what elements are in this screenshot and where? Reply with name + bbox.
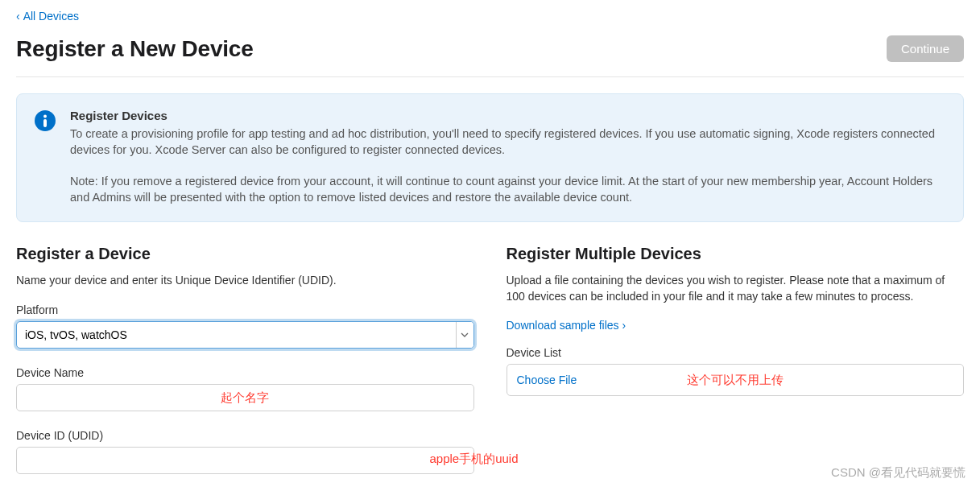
choose-file-box[interactable]: Choose File 这个可以不用上传 — [507, 364, 965, 396]
device-list-field: Device List Choose File 这个可以不用上传 — [507, 346, 965, 396]
platform-select[interactable]: iOS, tvOS, watchOS — [16, 321, 474, 349]
single-title: Register a Device — [16, 245, 474, 263]
device-name-field: Device Name 起个名字 — [16, 366, 474, 411]
info-paragraph-1: To create a provisioning profile for app… — [70, 126, 945, 159]
info-text: Register Devices To create a provisionin… — [70, 109, 945, 205]
watermark: CSDN @看见代码就要慌 — [831, 465, 966, 481]
chevron-left-icon: ‹ — [16, 10, 20, 23]
svg-point-1 — [43, 115, 47, 118]
device-id-field: Device ID (UDID) apple手机的uuid — [16, 429, 474, 474]
info-icon — [35, 110, 56, 131]
svg-rect-2 — [43, 119, 47, 127]
multiple-title: Register Multiple Devices — [507, 245, 965, 263]
device-id-label: Device ID (UDID) — [16, 429, 474, 442]
device-list-label: Device List — [507, 346, 965, 359]
back-link[interactable]: ‹ All Devices — [16, 0, 79, 29]
multiple-desc: Upload a file containing the devices you… — [507, 273, 965, 304]
download-sample-link[interactable]: Download sample files › — [507, 319, 626, 332]
page-title: Register a New Device — [16, 36, 254, 62]
device-name-label: Device Name — [16, 366, 474, 379]
back-link-label: All Devices — [23, 10, 79, 23]
header-row: Register a New Device Continue — [16, 29, 964, 77]
platform-label: Platform — [16, 303, 474, 316]
info-banner: Register Devices To create a provisionin… — [16, 93, 964, 222]
info-paragraph-2: Note: If you remove a registered device … — [70, 173, 945, 206]
chevron-right-icon: › — [622, 319, 626, 332]
platform-field: Platform iOS, tvOS, watchOS — [16, 303, 474, 349]
device-name-input[interactable] — [16, 384, 474, 411]
continue-button[interactable]: Continue — [887, 35, 964, 62]
download-sample-label: Download sample files — [507, 319, 619, 332]
register-multiple-column: Register Multiple Devices Upload a file … — [507, 245, 965, 487]
annotation-upload-hint: 这个可以不用上传 — [687, 373, 784, 388]
device-id-input[interactable] — [16, 447, 474, 474]
register-single-column: Register a Device Name your device and e… — [16, 245, 474, 487]
choose-file-label: Choose File — [517, 374, 577, 386]
info-heading: Register Devices — [70, 109, 945, 122]
single-desc: Name your device and enter its Unique De… — [16, 273, 474, 289]
